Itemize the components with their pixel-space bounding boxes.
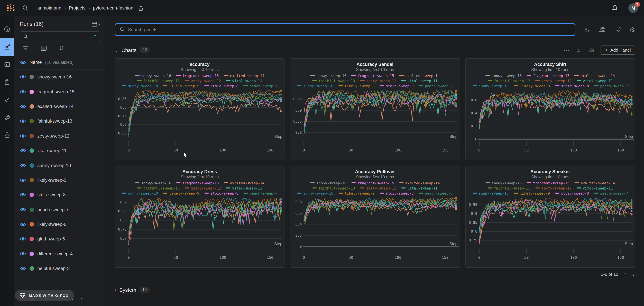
chevron-right-icon[interactable]: › — [115, 287, 116, 292]
add-panel-button[interactable]: + Add Panel — [601, 45, 635, 55]
legend-item[interactable]: likely-sweep-9 — [338, 191, 374, 195]
legend-item[interactable]: fragrant-sweep-15 — [176, 74, 219, 78]
legend-item[interactable]: faithful-sweep-13 — [137, 186, 180, 190]
legend-item[interactable]: sunny-sweep-10 — [297, 84, 333, 88]
section-more-menu[interactable]: ••• — [564, 47, 570, 53]
legend-item[interactable]: snowy-sweep-16 — [486, 181, 522, 185]
next-page-button[interactable]: › — [79, 296, 85, 301]
breadcrumb-user[interactable]: anmolmann — [37, 6, 61, 11]
legend-item[interactable]: peach-sweep-7 — [594, 84, 628, 88]
visibility-eye-icon[interactable] — [20, 193, 26, 197]
legend-item[interactable]: snowy-sweep-16 — [486, 74, 522, 78]
legend-item[interactable]: fragrant-sweep-15 — [527, 181, 570, 185]
legend-item[interactable]: fragrant-sweep-15 — [352, 181, 394, 185]
remove-outliers-icon[interactable] — [614, 26, 621, 33]
legend-item[interactable]: snowy-sweep-16 — [135, 74, 171, 78]
legend-item[interactable]: fragrant-sweep-15 — [527, 74, 570, 78]
legend-item[interactable]: exalted-sweep-14 — [399, 181, 440, 185]
run-list-item[interactable]: different-sweep-4 — [14, 246, 105, 261]
visibility-eye-icon[interactable] — [20, 178, 26, 182]
notifications-bell-icon[interactable] — [612, 5, 618, 12]
legend-item[interactable]: likely-sweep-9 — [163, 84, 199, 88]
legend-item[interactable]: fragrant-sweep-15 — [352, 74, 394, 78]
legend-item[interactable]: stoic-sweep-8 — [555, 84, 589, 88]
x-axis-settings-icon[interactable]: x — [584, 26, 590, 33]
run-list-item[interactable]: exalted-sweep-14 — [14, 99, 105, 114]
page-down-button[interactable]: ⌄ — [632, 272, 635, 277]
breadcrumb-project-name[interactable]: pytorch-cnn-fashion — [93, 6, 133, 11]
visibility-eye-icon[interactable] — [20, 148, 26, 153]
legend-item[interactable]: vital-sweep-11 — [226, 186, 262, 190]
legend-item[interactable]: snowy-sweep-16 — [310, 74, 346, 78]
run-list-item[interactable]: sunny-sweep-10 — [14, 158, 105, 173]
visibility-eye-icon[interactable] — [20, 134, 26, 138]
legend-item[interactable]: exalted-sweep-14 — [574, 181, 615, 185]
legend-item[interactable]: stoic-sweep-8 — [204, 191, 238, 195]
legend-item[interactable]: stoic-sweep-8 — [555, 191, 589, 195]
legend-item[interactable]: zesty-sweep-12 — [360, 79, 396, 83]
visibility-eye-icon[interactable] — [20, 252, 26, 256]
chart-panel[interactable]: Accuracy PulloverShowing first 10 runssn… — [290, 166, 460, 268]
legend-item[interactable]: zesty-sweep-12 — [535, 79, 572, 83]
section-drag-handle[interactable] — [368, 48, 382, 51]
legend-item[interactable]: peach-sweep-7 — [419, 191, 453, 195]
wandb-logo[interactable] — [6, 4, 15, 13]
legend-item[interactable]: zesty-sweep-12 — [360, 186, 396, 190]
legend-item[interactable]: likely-sweep-9 — [514, 84, 550, 88]
legend-item[interactable]: vital-sweep-11 — [401, 186, 438, 190]
legend-item[interactable]: peach-sweep-7 — [244, 84, 277, 88]
rail-item-launch[interactable] — [0, 109, 14, 126]
run-list-item[interactable]: fragrant-sweep-15 — [14, 84, 105, 99]
legend-item[interactable]: peach-sweep-7 — [419, 84, 453, 88]
visibility-eye-icon[interactable] — [20, 237, 26, 241]
search-panels-input[interactable]: Search panels — [115, 23, 576, 36]
visibility-eye-icon[interactable] — [20, 207, 26, 212]
rail-item-table[interactable] — [0, 56, 14, 73]
legend-item[interactable]: faithful-sweep-13 — [312, 79, 355, 83]
visibility-eye-icon[interactable] — [20, 119, 26, 123]
visibility-eye-icon[interactable] — [20, 104, 26, 109]
sort-icon[interactable] — [59, 46, 64, 51]
smoothing-iron-icon[interactable] — [598, 26, 606, 33]
run-list-item[interactable]: likely-sweep-9 — [14, 173, 105, 187]
legend-item[interactable]: exalted-sweep-14 — [224, 181, 264, 185]
legend-item[interactable]: sunny-sweep-10 — [122, 191, 158, 195]
legend-item[interactable]: exalted-sweep-14 — [224, 74, 264, 78]
avatar[interactable]: N 2 — [628, 3, 638, 13]
visibility-eye-icon[interactable] — [20, 90, 26, 94]
chevron-down-icon[interactable]: ⌄ — [115, 47, 118, 53]
legend-item[interactable]: vital-sweep-11 — [226, 79, 262, 83]
filter-icon[interactable] — [22, 46, 28, 51]
visibility-eye-icon[interactable] — [20, 75, 26, 79]
group-list-icon[interactable] — [41, 46, 47, 51]
rail-item-artifacts[interactable] — [0, 126, 14, 144]
legend-item[interactable]: zesty-sweep-12 — [535, 186, 572, 190]
legend-item[interactable]: snowy-sweep-16 — [135, 181, 171, 185]
legend-item[interactable]: sunny-sweep-10 — [472, 191, 508, 195]
legend-item[interactable]: peach-sweep-7 — [594, 191, 628, 195]
legend-item[interactable]: exalted-sweep-14 — [399, 74, 440, 78]
legend-item[interactable]: likely-sweep-9 — [338, 84, 374, 88]
expand-runs-table-button[interactable]: › — [91, 21, 100, 27]
runs-search-input[interactable]: .* — [20, 31, 100, 42]
legend-item[interactable]: sunny-sweep-10 — [297, 191, 333, 195]
legend-item[interactable]: sunny-sweep-10 — [122, 84, 158, 88]
chart-panel[interactable]: Accuracy ShirtShowing first 10 runssnowy… — [465, 58, 635, 160]
rail-item-jobs[interactable] — [0, 73, 14, 91]
legend-item[interactable]: vital-sweep-11 — [576, 186, 613, 190]
charts-section-title[interactable]: Charts — [122, 47, 136, 53]
run-list-item[interactable]: faithful-sweep-13 — [14, 114, 105, 129]
legend-item[interactable]: stoic-sweep-8 — [380, 191, 414, 195]
page-up-button[interactable]: ⌃ — [623, 272, 627, 277]
visibility-eye-icon[interactable] — [20, 163, 26, 168]
visibility-eye-icon[interactable] — [20, 266, 26, 271]
legend-item[interactable]: exalted-sweep-14 — [574, 74, 615, 78]
run-list-item[interactable]: glad-sweep-5 — [14, 232, 105, 246]
legend-item[interactable]: stoic-sweep-8 — [204, 84, 238, 88]
run-list-item[interactable]: likely-sweep-6 — [14, 217, 105, 232]
chart-panel[interactable]: Accuracy DressShowing first 10 runssnowy… — [115, 166, 285, 268]
legend-item[interactable]: faithful-sweep-13 — [137, 79, 180, 83]
runs-name-header[interactable]: Name (16 visualized) — [14, 55, 105, 70]
regex-toggle-icon[interactable]: .* — [91, 34, 97, 39]
chart-panel[interactable]: Accuracy SandalShowing first 10 runssnow… — [290, 58, 460, 160]
